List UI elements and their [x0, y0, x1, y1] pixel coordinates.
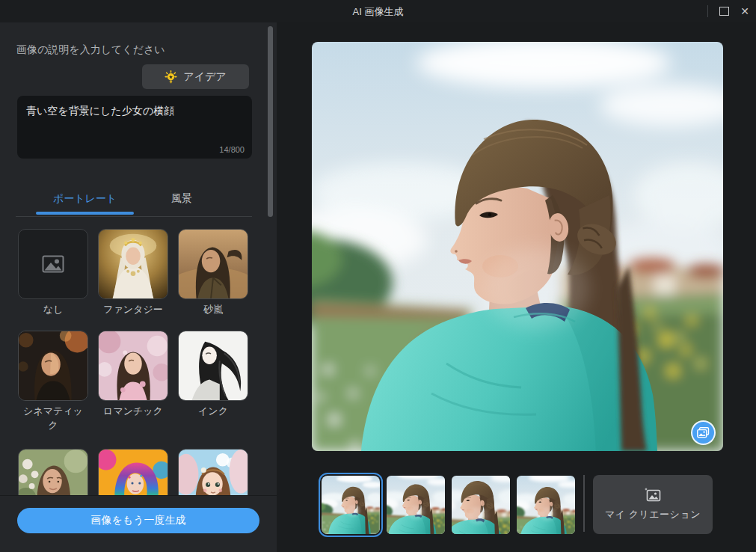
maximize-button[interactable]	[713, 0, 735, 22]
style-label: インク	[178, 405, 248, 419]
style-thumbnail-ink	[178, 331, 248, 401]
style-thumbnail-fantasy	[98, 229, 168, 299]
result-thumbnail-4[interactable]	[517, 476, 575, 534]
tab-portrait[interactable]: ポートレート	[36, 192, 134, 207]
style-label: ファンタジー	[98, 303, 168, 317]
style-option-pop-art[interactable]	[98, 449, 168, 496]
style-option-cartoon[interactable]	[178, 449, 248, 496]
generate-button[interactable]: 画像をもう一度生成	[17, 508, 259, 533]
style-option-romantic[interactable]: ロマンチック	[98, 331, 168, 419]
style-label: 砂嵐	[178, 303, 248, 317]
style-option-cinematic[interactable]: シネマティック	[18, 331, 88, 433]
prompt-label: 画像の説明を入力してください	[16, 43, 165, 57]
close-icon: ✕	[740, 5, 749, 17]
results-divider	[583, 475, 585, 532]
title-bar: AI 画像生成 ✕	[0, 0, 756, 23]
ai-image-generation-window: AI 画像生成 ✕ 画像の説明を入力してください	[0, 0, 756, 552]
my-creations-label: マイ クリエーション	[605, 508, 701, 521]
style-label: ロマンチック	[98, 405, 168, 419]
sidebar-scroll-area: 画像の説明を入力してください アイデア	[0, 22, 277, 496]
style-thumbnail-romantic	[98, 331, 168, 401]
prompt-text: 青い空を背景にした少女の横顔	[26, 104, 243, 119]
sidebar-bottom-bar: 画像をもう一度生成	[0, 495, 277, 552]
image-icon	[644, 488, 662, 503]
generated-image-preview	[312, 42, 723, 451]
style-thumbnail-sandstorm	[178, 229, 248, 299]
maximize-icon	[719, 7, 729, 16]
photos-icon	[697, 427, 710, 438]
image-placeholder-icon	[42, 255, 64, 273]
prompt-sidebar: 画像の説明を入力してください アイデア	[0, 22, 277, 552]
idea-button-label: アイデア	[183, 70, 226, 84]
open-gallery-button[interactable]	[691, 420, 716, 445]
lightbulb-icon	[165, 70, 177, 84]
style-option-fantasy[interactable]: ファンタジー	[98, 229, 168, 317]
tabs-divider	[16, 216, 252, 217]
sidebar-scrollbar[interactable]	[268, 26, 273, 217]
style-thumbnail-cartoon	[178, 449, 248, 496]
style-label: なし	[18, 303, 88, 317]
active-tab-underline	[36, 212, 134, 215]
character-counter: 14/800	[219, 145, 245, 154]
style-thumbnail-cinematic	[18, 331, 88, 401]
style-thumbnail-realistic	[18, 449, 88, 496]
style-option-sandstorm[interactable]: 砂嵐	[178, 229, 248, 317]
style-option-realistic[interactable]	[18, 449, 88, 496]
tab-landscape[interactable]: 風景	[150, 192, 214, 207]
result-thumbnail-1[interactable]	[322, 476, 380, 534]
preview-scene	[312, 42, 723, 451]
result-thumbnail-3[interactable]	[452, 476, 510, 534]
preview-area: マイ クリエーション	[277, 22, 756, 552]
style-thumbnail-pop-art	[98, 449, 168, 496]
window-controls-divider	[707, 5, 708, 17]
style-option-none[interactable]: なし	[18, 229, 88, 317]
idea-button[interactable]: アイデア	[142, 64, 249, 89]
prompt-input[interactable]: 青い空を背景にした少女の横顔 14/800	[17, 96, 252, 159]
my-creations-button[interactable]: マイ クリエーション	[593, 475, 713, 534]
result-thumbnail-2[interactable]	[387, 476, 445, 534]
window-title: AI 画像生成	[0, 5, 756, 19]
style-label: シネマティック	[18, 405, 88, 433]
style-option-ink[interactable]: インク	[178, 331, 248, 419]
close-button[interactable]: ✕	[734, 0, 756, 22]
